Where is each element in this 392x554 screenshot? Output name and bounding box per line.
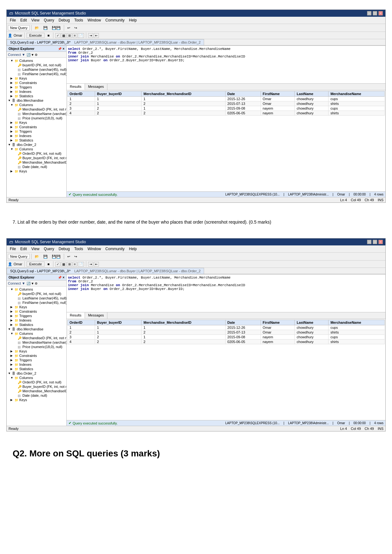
menu-file[interactable]: File xyxy=(8,17,18,23)
tree2-idm[interactable]: ▶ 📁 Indexes xyxy=(7,362,66,367)
expander-conm[interactable]: ▶ xyxy=(10,125,14,129)
maximize-btn[interactable]: □ xyxy=(373,11,377,15)
tree-node-keys-m[interactable]: ▶ 📁 Keys xyxy=(7,120,66,125)
tree2-o2[interactable]: ▼ 🗄 dbo.Order_2 xyxy=(7,371,66,376)
oe-close-2[interactable]: × xyxy=(63,276,64,279)
expander-i1[interactable]: ▶ xyxy=(10,90,14,93)
query-editor-1[interactable]: select Order_2.*, Buyer.FirstName, Buyer… xyxy=(67,46,385,84)
results-icon-2[interactable]: ▦ xyxy=(61,262,66,267)
exp2-km[interactable]: ▶ xyxy=(10,350,14,353)
tree-node-indexes-m[interactable]: ▶ 📁 Indexes xyxy=(7,134,66,138)
menu-query[interactable]: Query xyxy=(42,17,56,23)
execute-button[interactable]: Execute xyxy=(27,33,45,38)
tree2-c1[interactable]: ▶ 📁 Constraints xyxy=(7,309,66,314)
tree-node-columns-1[interactable]: ▼ 📁 Columns xyxy=(7,58,66,63)
results-tab-results-2[interactable]: Results xyxy=(67,312,85,319)
tree2-pr[interactable]: ▤ Price (numeric(18,0), null) xyxy=(7,345,66,349)
stop-btn[interactable]: ■ xyxy=(46,33,51,38)
exp2-k1[interactable]: ▶ xyxy=(10,305,14,309)
results-icon[interactable]: ▦ xyxy=(61,33,66,38)
query-editor-2[interactable]: select Order_2.*, Buyer.FirstName, Buyer… xyxy=(67,274,385,312)
grid-icon-2[interactable]: ⊞ xyxy=(67,262,72,267)
menu-tools[interactable]: Tools xyxy=(72,17,85,23)
exp2-conm[interactable]: ▶ xyxy=(10,354,14,357)
expander-t1[interactable]: ▶ xyxy=(10,86,14,89)
tree2-ko2[interactable]: ▶ 📁 Keys xyxy=(7,398,66,402)
tree-node-triggers-m[interactable]: ▶ 📁 Triggers xyxy=(7,129,66,134)
exp2-idm[interactable]: ▶ xyxy=(10,363,14,366)
tree2-oid[interactable]: 🔑 OrderID (PK, int, not null) xyxy=(7,380,66,384)
open-file-btn[interactable]: 📂 xyxy=(33,25,41,31)
menu-help[interactable]: Help xyxy=(127,17,139,23)
expander-o2[interactable]: ▼ xyxy=(8,143,11,146)
tree2-trm[interactable]: ▶ 📁 Triggers xyxy=(7,358,66,362)
undo-btn[interactable]: ↩ xyxy=(66,25,72,31)
text-icon-2[interactable]: ≡ xyxy=(73,262,77,267)
tree2-cm[interactable]: ▼ 📁 Columns xyxy=(7,331,66,336)
minimize-btn[interactable]: – xyxy=(367,11,371,15)
outdent-icon[interactable]: ⇤ xyxy=(94,33,99,38)
tree-node-columns-merch[interactable]: ▼ 📁 Columns xyxy=(7,103,66,107)
expander-merch[interactable]: ▼ xyxy=(8,99,11,102)
exp2-trm[interactable]: ▶ xyxy=(10,358,14,362)
file-icon[interactable]: 📄 xyxy=(78,33,84,38)
tree2-mmid[interactable]: 🔑 Merchandise_MerchandiseID (PK, int, no… xyxy=(7,389,66,393)
save-btn-2[interactable]: 💾 xyxy=(42,254,49,259)
expander-keys1[interactable]: ▶ xyxy=(10,77,14,80)
menu2-window[interactable]: Window xyxy=(86,246,103,252)
oe-pin-2[interactable]: 📌 xyxy=(58,276,62,279)
text-icon[interactable]: ≡ xyxy=(73,33,77,38)
tree2-i1[interactable]: ▶ 📁 Indexes xyxy=(7,318,66,322)
menu2-file[interactable]: File xyxy=(8,246,18,252)
tree-node-merchname[interactable]: ▤ MerchandiseName (varchar(50), null) xyxy=(7,111,66,116)
tree-node-keys-1[interactable]: ▶ 📁 Keys xyxy=(7,76,66,81)
close-btn-2[interactable]: × xyxy=(378,240,383,244)
results-tab-results[interactable]: Results xyxy=(67,84,85,90)
menu-debug[interactable]: Debug xyxy=(57,17,72,23)
expander-stm[interactable]: ▶ xyxy=(10,139,14,142)
tree-node-merch[interactable]: ▼ 🗄 dbo.Merchandise xyxy=(7,98,66,103)
tree-node-statistics-1[interactable]: ▶ 📁 Statistics xyxy=(7,94,66,98)
tree-node-orderid[interactable]: 🔑 OrderID (PK, int, not null) xyxy=(7,151,66,156)
expander-c1[interactable]: ▶ xyxy=(10,81,14,84)
menu-view[interactable]: View xyxy=(29,17,41,23)
connect-label[interactable]: Connect ▼ xyxy=(8,53,25,57)
close-btn[interactable]: × xyxy=(378,11,383,15)
oe-options-2[interactable]: ⚙ xyxy=(35,282,38,285)
tree-node-price[interactable]: ▤ Price (numeric(18,0), null) xyxy=(7,116,66,120)
execute-button-2[interactable]: Execute xyxy=(27,262,45,267)
minimize-btn-2[interactable]: – xyxy=(367,240,371,244)
tree-node-merchmid[interactable]: 🔑 Merchandise_MerchandiseID (PK, int, no… xyxy=(7,160,66,165)
parse-icon-2[interactable]: ✓ xyxy=(55,262,60,267)
tree-node-firstname[interactable]: ▤ FirstName (varchar(45), null) xyxy=(7,72,66,76)
exp2-co2[interactable]: ▼ xyxy=(10,376,14,379)
save-all-btn[interactable]: 💾💾 xyxy=(50,25,62,31)
menu2-view[interactable]: View xyxy=(29,246,41,252)
oe-refresh-2[interactable]: 🔄 xyxy=(27,282,30,285)
tree-node-statistics-m[interactable]: ▶ 📁 Statistics xyxy=(7,138,66,142)
menu-community[interactable]: Community xyxy=(104,17,127,23)
results-tab-messages[interactable]: Messages xyxy=(85,84,107,90)
tree-node-constraints-m[interactable]: ▶ 📁 Constraints xyxy=(7,125,66,129)
tree-node-buyerbid[interactable]: 🔑 Buyer_buyerID (FK, int, not null) xyxy=(7,156,66,160)
oe-pin[interactable]: 📌 xyxy=(58,47,62,51)
exp2-c1[interactable]: ▶ xyxy=(10,310,14,313)
new-query-button[interactable]: New Query xyxy=(8,25,30,30)
grid-icon[interactable]: ⊞ xyxy=(67,33,72,38)
tree2-buyerid[interactable]: 🔑 buyerID (PK, int, not null) xyxy=(7,292,66,296)
tree2-conm[interactable]: ▶ 📁 Constraints xyxy=(7,353,66,358)
query-tab-2[interactable]: SQLQuery3.sql - LAPTOP_MP238\_JI* LAPTOP… xyxy=(7,268,204,274)
tree-node-order2[interactable]: ▼ 🗄 dbo.Order_2 xyxy=(7,142,66,147)
tree2-dt[interactable]: ▤ Date (date, null) xyxy=(7,393,66,398)
menu2-community[interactable]: Community xyxy=(104,246,127,252)
expander-cm[interactable]: ▼ xyxy=(10,103,14,106)
save-btn[interactable]: 💾 xyxy=(42,25,49,31)
menu2-query[interactable]: Query xyxy=(42,246,56,252)
redo-btn[interactable]: ↪ xyxy=(73,25,79,31)
tree-node-keys-o2[interactable]: ▶ 📁 Keys xyxy=(7,169,66,173)
undo-btn-2[interactable]: ↩ xyxy=(66,254,72,259)
menu2-help[interactable]: Help xyxy=(127,246,139,252)
tree2-keys1[interactable]: ▶ 📁 Keys xyxy=(7,305,66,309)
query-tab-1[interactable]: SQLQuery3.sql - LAPTOP_MP238\_JI* LAPTOP… xyxy=(7,39,204,45)
exp2-t1[interactable]: ▶ xyxy=(10,314,14,317)
